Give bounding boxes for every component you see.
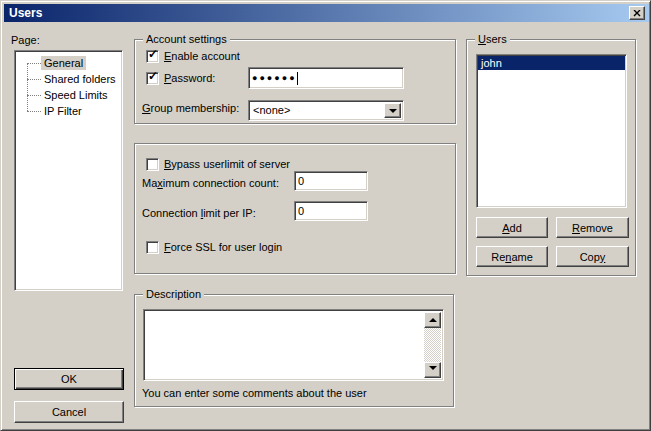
page-label: Page: <box>11 34 40 47</box>
add-user-button[interactable]: Add <box>476 217 548 238</box>
tree-item-label: Speed Limits <box>41 88 111 102</box>
password-checkbox[interactable]: ✓ <box>146 72 159 85</box>
connection-limit-per-ip-label: Connection limit per IP: <box>142 207 256 220</box>
tree-item-shared-folders[interactable]: Shared folders <box>15 71 122 87</box>
page-tree[interactable]: General Shared folders Speed Limits IP F… <box>14 50 123 291</box>
users-list[interactable]: john <box>476 54 627 208</box>
users-dialog: Users Page: General Shared folders Speed… <box>0 0 651 431</box>
tree-item-speed-limits[interactable]: Speed Limits <box>15 87 122 103</box>
tree-item-label: IP Filter <box>41 104 85 118</box>
description-textarea[interactable] <box>143 309 444 381</box>
arrow-up-icon <box>429 314 437 322</box>
password-value: ●●●●●● <box>252 73 297 84</box>
arrow-down-icon <box>429 366 437 374</box>
tree-item-label: General <box>41 56 86 70</box>
cancel-button[interactable]: Cancel <box>14 401 124 423</box>
users-group-title: Users <box>475 33 510 46</box>
bypass-userlimit-row: ✓ Bypass userlimit of server <box>146 158 290 171</box>
check-icon: ✓ <box>148 48 158 61</box>
password-input[interactable]: ●●●●●● <box>248 67 404 89</box>
enable-account-row: ✓ Enable account <box>146 50 240 63</box>
enable-account-label: Enable account <box>164 50 240 63</box>
group-membership-value: <none> <box>249 101 403 117</box>
ok-button-label: OK <box>61 373 77 385</box>
account-settings-title: Account settings <box>143 33 230 46</box>
bypass-userlimit-checkbox[interactable]: ✓ <box>146 158 159 171</box>
chevron-down-icon <box>389 109 397 117</box>
tree-connector <box>27 79 41 80</box>
remove-user-button[interactable]: Remove <box>556 217 629 238</box>
tree-item-general[interactable]: General <box>15 55 122 71</box>
copy-user-button[interactable]: Copy <box>556 246 629 267</box>
ok-button[interactable]: OK <box>14 368 124 390</box>
force-ssl-checkbox[interactable]: ✓ <box>146 241 159 254</box>
tree-connector <box>27 95 41 96</box>
rename-button-label: Rename <box>491 251 533 263</box>
window-title: Users <box>4 6 42 20</box>
add-button-label: Add <box>502 222 522 234</box>
combo-dropdown-button[interactable] <box>384 103 401 118</box>
force-ssl-label: Force SSL for user login <box>164 241 282 254</box>
close-button[interactable] <box>629 6 645 20</box>
remove-button-label: Remove <box>572 222 613 234</box>
text-caret <box>297 72 298 85</box>
rename-user-button[interactable]: Rename <box>476 246 548 267</box>
enable-account-checkbox[interactable]: ✓ <box>146 50 159 63</box>
description-title: Description <box>143 288 204 301</box>
description-hint: You can enter some comments about the us… <box>142 387 367 400</box>
tree-connector <box>27 111 41 112</box>
copy-button-label: Copy <box>580 251 606 263</box>
force-ssl-row: ✓ Force SSL for user login <box>146 241 282 254</box>
user-name: john <box>481 57 502 69</box>
max-connection-count-input[interactable] <box>294 171 368 191</box>
tree-item-ip-filter[interactable]: IP Filter <box>15 103 122 119</box>
check-icon: ✓ <box>148 70 158 83</box>
scroll-up-button[interactable] <box>424 312 441 328</box>
group-membership-select[interactable]: <none> <box>248 100 404 121</box>
tree-connector <box>27 63 41 64</box>
title-bar[interactable]: Users <box>4 4 649 22</box>
cancel-button-label: Cancel <box>52 406 86 418</box>
bypass-userlimit-label: Bypass userlimit of server <box>164 158 290 171</box>
user-list-item[interactable]: john <box>478 56 625 70</box>
group-membership-label: Group membership: <box>142 102 239 115</box>
scroll-down-button[interactable] <box>424 362 441 378</box>
password-row: ✓ Password: <box>146 72 215 85</box>
password-label: Password: <box>164 72 215 85</box>
description-scrollbar[interactable] <box>424 312 441 378</box>
close-icon <box>633 10 641 17</box>
connection-limit-per-ip-input[interactable] <box>294 201 368 221</box>
tree-item-label: Shared folders <box>41 72 119 86</box>
max-connection-count-label: Maximum connection count: <box>142 177 279 190</box>
scrollbar-track[interactable] <box>424 328 441 362</box>
